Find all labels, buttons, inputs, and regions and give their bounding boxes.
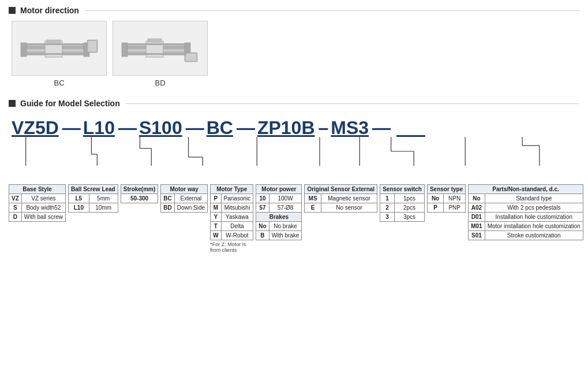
base-style-desc-s: Body width52 [21,203,65,213]
sensor-switch-group: Sensor switch 1 1pcs 2 2pcs 3 [380,184,425,222]
table-row: P Panasonic [211,194,253,203]
table-row: BD Down Side [161,203,208,213]
stroke-header: Stroke(mm) [121,185,158,194]
motor-way-header: Motor way [161,185,208,194]
model-part-zp10b: ZP10B [257,118,315,137]
guide-divider [126,103,579,104]
lead-desc-l10: 10mm [89,203,118,213]
motor-bd-svg [120,28,201,69]
sensor-type-desc-no: NPN [444,194,466,203]
svg-rect-19 [148,39,162,42]
svg-rect-10 [22,53,85,55]
table-row: 2 2pcs [380,203,425,213]
table-row: E No sensor [305,203,377,213]
brakes-header: Brakes [256,213,302,222]
model-dash-3: — [186,118,204,137]
table-row: VZ VZ series [9,194,66,203]
lead-code-l10: L10 [69,203,89,213]
motor-bc-image [12,21,107,76]
brake-code-b: B [256,231,269,240]
model-part-bc: BC [207,118,233,137]
motor-type-desc-m: Mitsubishi [221,203,253,213]
sensor-type-code-p: P [427,203,443,213]
motor-bc-box: BC [12,21,107,87]
base-style-code-d: D [9,213,22,222]
table-row: T Delta [211,222,253,231]
ball-screw-lead-table: Ball Screw Lead L5 5mm L10 10mm [68,184,118,213]
motor-way-table: Motor way BC External BD Down Side [160,184,208,213]
connector-area [9,137,579,183]
motor-way-desc-bc: External [174,194,207,203]
motor-type-header: Motor Type [211,185,253,194]
guide-icon [9,100,16,107]
motor-power-desc-10: 100W [269,194,302,203]
table-row: D01 Installation hole customization [469,213,583,222]
motor-direction-header: Motor direction [9,6,579,15]
sensor-desc-e: No sensor [321,203,377,213]
motor-type-code-t: T [211,222,221,231]
brake-desc-no: No brake [269,222,302,231]
motor-bd-label: BD [155,79,165,87]
table-row: L10 10mm [69,203,118,213]
base-style-group: Base Style VZ VZ series S Body width52 D [9,184,66,222]
connector-lines-svg [9,137,579,183]
motor-type-group: Motor Type P Panasonic M Mitsubishi Y [210,184,253,253]
base-style-code-vz: VZ [9,194,22,203]
motor-power-code-57: 57 [256,203,269,213]
ball-screw-lead-group: Ball Screw Lead L5 5mm L10 10mm [68,184,118,213]
lead-code-l5: L5 [69,194,89,203]
svg-rect-17 [186,54,196,61]
parts-desc-d01: Installation hole customization [485,213,583,222]
motor-images-container: BC [12,21,579,87]
table-row: S Body width52 [9,203,66,213]
parts-header: Parts/Non-standard, d.c. [469,185,583,194]
table-row: A02 With 2 pcs pedestals [469,203,583,213]
sensor-code-ms: MS [305,194,321,203]
table-row: 57 57-Ø8 [256,203,302,213]
table-row: 3 3pcs [380,213,425,222]
motor-bd-box: BD [113,21,208,87]
motor-power-header: Motor power [256,185,302,194]
sensor-external-header: Original Sensor External [305,185,377,194]
table-row: 10 100W [256,194,302,203]
table-row: Brakes [256,213,302,222]
section-divider [85,10,579,11]
motor-bc-label: BC [54,79,64,87]
model-dash-4: — [237,118,255,137]
table-row: S01 Stroke customization [469,231,583,240]
table-row: 50-300 [121,194,158,203]
model-dash-1: — [62,118,81,137]
section-icon [9,7,16,14]
model-selection-section: Guide for Model Selection VZ5D — L10 — S… [9,99,579,253]
motor-way-code-bc: BC [161,194,174,203]
motor-way-group: Motor way BC External BD Down Side [160,184,208,213]
table-row: MS Magnetic sensor [305,194,377,203]
svg-rect-21 [123,53,186,55]
parts-desc-m01: Motor installation hole customization [485,222,583,231]
table-row: B With brake [256,231,302,240]
stroke-table: Stroke(mm) 50-300 [121,184,159,203]
table-row: BC External [161,194,208,203]
motor-type-table: Motor Type P Panasonic M Mitsubishi Y [210,184,253,240]
switch-desc-1: 1pcs [395,194,425,203]
sensor-type-group: Sensor type No NPN P PNP [427,184,466,213]
sensor-type-header: Sensor type [427,185,465,194]
model-code-row: VZ5D — L10 — S100 — BC — ZP10B – MS3 — [12,114,579,137]
table-row: L5 5mm [69,194,118,203]
brake-desc-b: With brake [269,231,302,240]
sensor-switch-table: Sensor switch 1 1pcs 2 2pcs 3 [380,184,425,222]
brake-code-no: No [256,222,269,231]
model-part-l10: L10 [83,118,115,137]
table-row: M01 Motor installation hole customizatio… [469,222,583,231]
sensor-code-e: E [305,203,321,213]
base-style-header: Base Style [9,185,66,194]
svg-rect-6 [88,41,96,51]
motor-bc-svg [19,28,100,69]
parts-code-d01: D01 [469,213,485,222]
stroke-group: Stroke(mm) 50-300 [121,184,159,203]
model-dash-2: — [118,118,137,137]
switch-desc-2: 2pcs [395,203,425,213]
motor-way-code-bd: BD [161,203,174,213]
ball-screw-header: Ball Screw Lead [69,185,118,194]
sensor-type-desc-p: PNP [444,203,466,213]
